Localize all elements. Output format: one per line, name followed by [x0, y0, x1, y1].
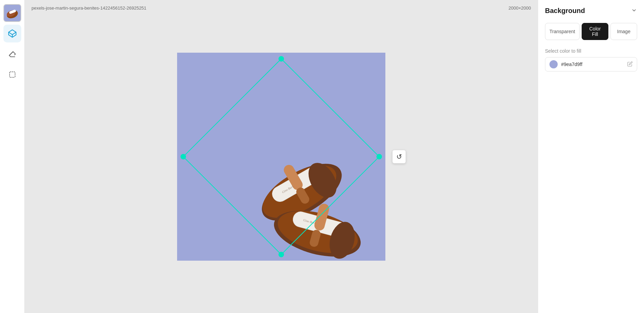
canvas-image: Gino Bari: [177, 53, 385, 261]
bg-type-image[interactable]: Image: [610, 23, 637, 40]
main-canvas-area: pexels-jose-martin-segura-benites-142245…: [25, 0, 538, 313]
color-hex-input[interactable]: [561, 62, 624, 67]
right-panel: Background Transparent Color Fill Image …: [538, 0, 644, 313]
sidebar-item-select[interactable]: [3, 66, 21, 83]
color-edit-button[interactable]: [627, 61, 633, 68]
sidebar-item-thumbnail[interactable]: [3, 4, 21, 22]
svg-line-6: [12, 32, 16, 35]
select-color-label: Select color to fill: [545, 48, 637, 54]
panel-header: Background: [545, 7, 637, 15]
sidebar-item-eraser[interactable]: [3, 45, 21, 63]
panel-collapse-button[interactable]: [631, 7, 637, 15]
bg-type-transparent[interactable]: Transparent: [545, 23, 580, 40]
color-swatch: [549, 60, 558, 68]
color-input-row[interactable]: [545, 57, 637, 71]
svg-rect-8: [10, 72, 15, 77]
svg-line-5: [9, 32, 12, 35]
canvas-container[interactable]: Gino Bari: [25, 0, 538, 313]
bg-type-color-fill[interactable]: Color Fill: [582, 23, 608, 40]
bg-type-row: Transparent Color Fill Image: [545, 23, 637, 40]
rotate-handle[interactable]: ↺: [392, 150, 406, 164]
canvas-background: Gino Bari: [177, 53, 385, 261]
left-sidebar: [0, 0, 25, 313]
panel-title: Background: [545, 7, 585, 15]
sidebar-item-layers[interactable]: [3, 25, 21, 42]
